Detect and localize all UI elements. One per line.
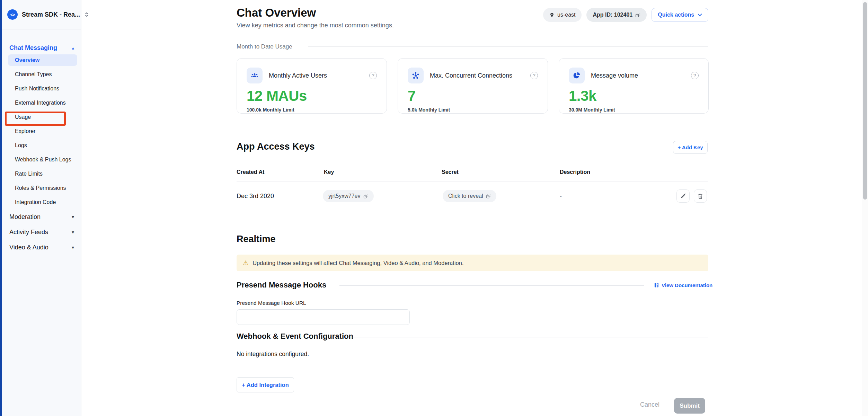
- sidebar-section-activity-feeds[interactable]: Activity Feeds ▾: [2, 224, 81, 240]
- sidebar-section-label: Chat Messaging: [9, 44, 57, 52]
- sidebar-section-label: Activity Feeds: [9, 229, 48, 236]
- warning-banner: ⚠ Updating these settings will affect Ch…: [237, 255, 708, 271]
- metric-card-mau: Monthly Active Users ? 12 MAUs 100.0k Mo…: [237, 58, 387, 114]
- view-documentation-label: View Documentation: [662, 282, 712, 288]
- region-badge: us-east: [543, 8, 582, 22]
- users-icon: [247, 68, 263, 83]
- help-icon[interactable]: ?: [691, 72, 699, 79]
- secret-reveal-label: Click to reveal: [448, 193, 483, 199]
- sidebar-item-roles-permissions[interactable]: Roles & Permissions: [2, 181, 81, 195]
- usage-section-divider: [308, 46, 708, 47]
- warning-text: Updating these settings will affect Chat…: [253, 260, 463, 266]
- webhook-divider: [350, 337, 708, 337]
- metric-limit: 30.0M Monthly Limit: [569, 107, 699, 113]
- column-header-key: Key: [324, 169, 334, 175]
- location-pin-icon: [549, 12, 555, 18]
- delete-key-button[interactable]: [694, 189, 707, 203]
- sidebar-nav: Chat Messaging ▴ Overview Channel Types …: [2, 29, 81, 255]
- realtime-heading: Realtime: [237, 234, 276, 245]
- sidebar-items: Overview Channel Types Push Notification…: [2, 53, 81, 209]
- scrollbar-thumb[interactable]: [863, 2, 867, 200]
- copy-icon: [635, 12, 640, 18]
- app-switcher[interactable]: <> Stream SDK - Rea...: [2, 0, 81, 29]
- sidebar-section-moderation[interactable]: Moderation ▾: [2, 209, 81, 224]
- sidebar-section-chat-messaging[interactable]: Chat Messaging ▴: [2, 43, 81, 52]
- sidebar: <> Stream SDK - Rea... Chat Messaging ▴ …: [2, 0, 81, 416]
- cancel-button[interactable]: Cancel: [640, 401, 659, 408]
- copy-icon: [486, 194, 491, 198]
- api-key-value: yjrt5yxw77ev: [328, 193, 360, 199]
- page-title: Chat Overview: [237, 6, 316, 19]
- sidebar-item-overview[interactable]: Overview: [2, 53, 81, 67]
- metric-title: Message volume: [591, 72, 685, 79]
- secret-reveal-chip[interactable]: Click to reveal: [443, 190, 496, 202]
- pie-chart-icon: [569, 68, 585, 83]
- metric-value: 12 MAUs: [247, 88, 377, 104]
- sidebar-item-explorer[interactable]: Explorer: [2, 124, 81, 138]
- sidebar-section-video-audio[interactable]: Video & Audio ▾: [2, 240, 81, 255]
- select-chevrons-icon: [84, 12, 89, 17]
- sidebar-item-webhook-push-logs[interactable]: Webhook & Push Logs: [2, 152, 81, 167]
- help-icon[interactable]: ?: [369, 72, 377, 79]
- metric-title: Max. Concurrent Connections: [430, 72, 524, 79]
- sidebar-item-channel-types[interactable]: Channel Types: [2, 67, 81, 81]
- key-description: -: [560, 193, 562, 200]
- copy-icon: [363, 194, 368, 198]
- connections-icon: [408, 68, 424, 83]
- sidebar-item-external-integrations[interactable]: External Integrations: [2, 96, 81, 110]
- presend-divider: [339, 285, 644, 286]
- sidebar-item-rate-limits[interactable]: Rate Limits: [2, 167, 81, 181]
- quick-actions-button[interactable]: Quick actions: [652, 8, 708, 22]
- column-header-description: Description: [560, 169, 590, 175]
- collapse-caret-icon: ▴: [72, 45, 74, 51]
- metric-title: Monthly Active Users: [269, 72, 363, 79]
- metric-value: 1.3k: [569, 88, 699, 104]
- sidebar-item-push-notifications[interactable]: Push Notifications: [2, 81, 81, 96]
- add-key-button[interactable]: + Add Key: [673, 141, 708, 154]
- metric-limit: 100.0k Monthly Limit: [247, 107, 377, 113]
- edit-key-button[interactable]: [676, 189, 690, 203]
- no-integrations-text: No integrations configured.: [237, 351, 309, 358]
- metric-card-message-volume: Message volume ? 1.3k 30.0M Monthly Limi…: [559, 58, 709, 114]
- expand-caret-icon: ▾: [72, 229, 74, 235]
- presend-hook-url-label: Presend Message Hook URL: [237, 300, 306, 306]
- scrollbar-track[interactable]: [862, 0, 868, 416]
- expand-caret-icon: ▾: [72, 214, 74, 220]
- metric-value: 7: [408, 88, 538, 104]
- sidebar-section-label: Video & Audio: [9, 244, 48, 251]
- expand-caret-icon: ▾: [72, 245, 74, 250]
- add-integration-button[interactable]: + Add Integration: [237, 377, 294, 392]
- usage-section-label: Month to Date Usage: [237, 43, 292, 50]
- region-label: us-east: [557, 12, 575, 18]
- sidebar-item-logs[interactable]: Logs: [2, 138, 81, 152]
- api-key-chip[interactable]: yjrt5yxw77ev: [323, 190, 374, 202]
- column-header-created-at: Created At: [237, 169, 264, 175]
- access-keys-heading: App Access Keys: [237, 141, 315, 152]
- submit-button[interactable]: Submit: [674, 398, 705, 414]
- page-subtitle: View key metrics and change the most com…: [237, 22, 394, 29]
- quick-actions-label: Quick actions: [658, 12, 694, 18]
- column-header-secret: Secret: [442, 169, 459, 175]
- webhook-config-heading: Webhook & Event Configuration: [237, 332, 353, 341]
- help-icon[interactable]: ?: [530, 72, 538, 79]
- key-created-at: Dec 3rd 2020: [237, 193, 274, 200]
- metric-card-connections: Max. Concurrent Connections ? 7 5.0k Mon…: [398, 58, 548, 114]
- sidebar-item-label: Overview: [8, 54, 77, 66]
- trash-icon: [698, 193, 703, 199]
- app-id-badge[interactable]: App ID: 102401: [586, 8, 647, 22]
- sidebar-section-label: Moderation: [9, 213, 41, 221]
- presend-hook-url-input[interactable]: [237, 309, 410, 325]
- pencil-icon: [680, 193, 686, 199]
- dashboard-page: <> Stream SDK - Rea... Chat Messaging ▴ …: [0, 0, 868, 416]
- sidebar-item-integration-code[interactable]: Integration Code: [2, 195, 81, 209]
- chevron-down-icon: [698, 14, 702, 17]
- view-documentation-link[interactable]: View Documentation: [654, 282, 712, 288]
- table-header-divider: [237, 181, 708, 182]
- metric-limit: 5.0k Monthly Limit: [408, 107, 538, 113]
- presend-hooks-heading: Presend Message Hooks: [237, 281, 326, 290]
- header-actions: us-east App ID: 102401 Quick actions: [543, 8, 708, 22]
- warning-icon: ⚠: [243, 260, 248, 266]
- app-id-label: App ID: 102401: [593, 12, 632, 18]
- stream-logo-icon: <>: [7, 9, 18, 20]
- sidebar-item-usage[interactable]: Usage: [2, 110, 81, 124]
